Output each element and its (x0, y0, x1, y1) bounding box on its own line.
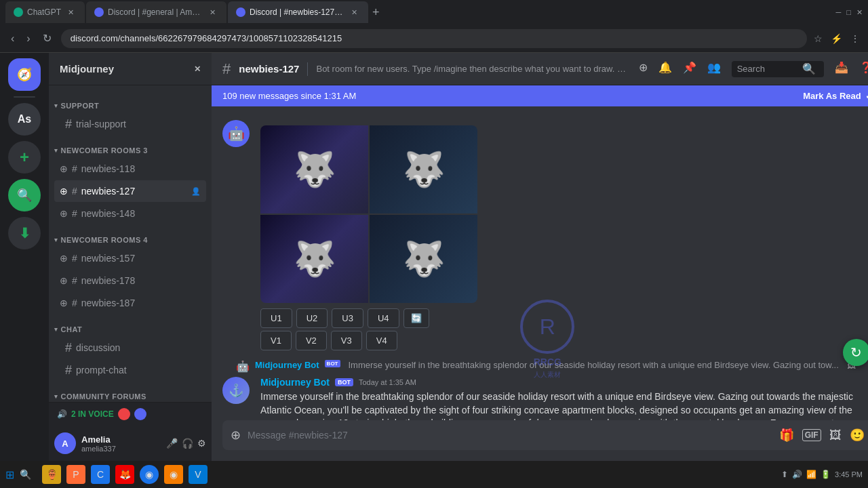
taskbar-app-3[interactable]: C (91, 465, 110, 484)
category-chat[interactable]: ▾ CHAT (49, 314, 212, 336)
taskbar-app-6[interactable]: ◉ (164, 465, 183, 484)
inbox-icon[interactable]: 📥 (835, 61, 848, 77)
server-icon-add[interactable]: + (8, 141, 41, 174)
seaside-timestamp: Today at 1:35 AM (359, 378, 416, 386)
deafen-icon[interactable]: 🎧 (182, 438, 193, 449)
channel-discussion[interactable]: # discussion (54, 337, 206, 359)
channel-hash-148: # (72, 208, 77, 219)
add-content-icon[interactable]: ⊕ (231, 428, 241, 443)
message-input-box: ⊕ 🎁 GIF 🖼 🙂 (222, 420, 868, 450)
server-icon-download[interactable]: ⬇ (8, 217, 41, 249)
channel-newbies-127[interactable]: ⊕ # newbies-127 👤 (54, 180, 206, 202)
tab-chatgpt-label: ChatGPT (27, 7, 61, 17)
mark-as-read-button[interactable]: Mark As Read ✓ (803, 91, 868, 101)
channel-trial-support[interactable]: # trial-support (54, 113, 206, 135)
minimize-icon[interactable]: ─ (836, 8, 842, 17)
u3-button[interactable]: U3 (332, 308, 363, 328)
system-icon-2[interactable]: 🔊 (792, 470, 802, 479)
category-newcomer4[interactable]: ▾ NEWCOMER ROOMS 4 (49, 225, 212, 247)
u2-button[interactable]: U2 (296, 308, 328, 328)
mute-icon[interactable]: 🎤 (166, 438, 178, 449)
channel-hash-178: # (72, 275, 77, 286)
v1-button[interactable]: V1 (260, 331, 292, 350)
sticker-icon[interactable]: 🖼 (829, 428, 842, 443)
compact-author: Midjourney Bot (255, 360, 319, 370)
settings-icon[interactable]: ⚙ (197, 438, 206, 449)
message-content-dog: U1 U2 U3 U4 🔄 V1 V2 V3 V4 (260, 120, 868, 350)
voice-avatar-2 (134, 408, 146, 420)
pin-icon[interactable]: 📌 (683, 61, 696, 77)
server-icon-explore[interactable]: 🔍 (8, 179, 41, 211)
search-input[interactable] (737, 64, 798, 74)
channel-newbies-148[interactable]: ⊕ # newbies-148 (54, 203, 206, 224)
system-icon-4[interactable]: 🔋 (821, 470, 831, 479)
u4-button[interactable]: U4 (368, 308, 399, 328)
system-icon-1[interactable]: ⬆ (781, 470, 788, 479)
taskbar-search-icon[interactable]: 🔍 (20, 469, 31, 480)
refresh-button[interactable]: 🔄 (403, 308, 429, 328)
channel-header: # newbies-127 Bot room for new users. Ty… (212, 53, 868, 85)
taskbar-app-4[interactable]: 🦊 (115, 465, 134, 484)
channel-hash-118: # (72, 163, 77, 174)
taskbar-app-2[interactable]: P (66, 465, 85, 484)
main-content: # newbies-127 Bot room for new users. Ty… (212, 53, 868, 461)
channel-newbies-118[interactable]: ⊕ # newbies-118 (54, 158, 206, 180)
tab-discord-newbies-close[interactable]: ✕ (349, 7, 360, 18)
taskbar-app-7[interactable]: V (189, 465, 208, 484)
server-icon-as[interactable]: As (8, 103, 41, 136)
chatgpt-tab-icon (14, 7, 23, 17)
channel-trial-support-name: trial-support (76, 119, 201, 129)
channel-newbies-187[interactable]: ⊕ # newbies-187 (54, 292, 206, 314)
windows-start-icon[interactable]: ⊞ (5, 468, 14, 481)
tab-discord-general-close[interactable]: ✕ (207, 7, 218, 18)
voice-avatar-1 (118, 408, 130, 420)
server-header[interactable]: Midjourney ✕ (49, 53, 212, 85)
v4-button[interactable]: V4 (366, 331, 397, 350)
taskbar-app-5[interactable]: ◉ (140, 465, 159, 484)
dog-image-2[interactable] (370, 125, 477, 214)
extensions-icon[interactable]: ⚡ (831, 33, 842, 44)
search-box[interactable]: 🔍 (732, 61, 824, 77)
tab-discord-newbies[interactable]: Discord | #newbies-127 | Midjo... ✕ (228, 1, 368, 23)
u1-button[interactable]: U1 (260, 308, 292, 328)
dog-image-1[interactable] (260, 125, 368, 214)
tab-chatgpt-close[interactable]: ✕ (65, 7, 77, 18)
category-community-forums[interactable]: ▾ COMMUNITY FORUMS (49, 382, 212, 402)
forward-button[interactable]: › (24, 30, 33, 47)
category-chat-label: CHAT (61, 325, 83, 333)
refresh-fab-button[interactable]: ↻ (843, 339, 868, 366)
v3-button[interactable]: V3 (331, 331, 362, 350)
emoji-icon[interactable]: 🙂 (850, 428, 865, 443)
gift-icon[interactable]: 🎁 (779, 428, 794, 443)
compact-bot-badge: BOT (325, 360, 340, 367)
channel-newbies-157[interactable]: ⊕ # newbies-157 (54, 247, 206, 269)
back-button[interactable]: ‹ (8, 30, 17, 47)
v2-button[interactable]: V2 (296, 331, 327, 350)
members-icon[interactable]: 👥 (707, 61, 721, 77)
notification-icon[interactable]: 🔔 (658, 61, 672, 77)
message-input[interactable] (248, 430, 772, 441)
bookmark-icon[interactable]: ☆ (814, 33, 823, 44)
tab-chatgpt[interactable]: ChatGPT ✕ (5, 1, 85, 23)
category-support[interactable]: ▾ SUPPORT (49, 91, 212, 113)
category-newcomer3[interactable]: ▾ NEWCOMER ROOMS 3 (49, 136, 212, 157)
help-icon[interactable]: ❓ (859, 61, 868, 77)
channel-newbies-118-name: newbies-118 (81, 163, 201, 174)
seaside-bot-badge: BOT (335, 378, 353, 386)
new-tab-button[interactable]: + (370, 3, 382, 22)
maximize-icon[interactable]: □ (846, 8, 851, 17)
close-icon[interactable]: ✕ (856, 8, 863, 17)
system-icon-3[interactable]: 📶 (806, 470, 816, 479)
server-icon-midjourney[interactable]: 🧭 (8, 58, 41, 91)
dog-image-4[interactable] (370, 215, 477, 303)
channel-newbies-178[interactable]: ⊕ # newbies-178 (54, 270, 206, 291)
dog-image-3[interactable] (260, 215, 368, 303)
channel-prompt-chat[interactable]: # prompt-chat (54, 359, 206, 381)
taskbar-app-1[interactable]: 🏺 (42, 465, 61, 484)
gif-icon[interactable]: GIF (802, 429, 821, 441)
reload-button[interactable]: ↻ (40, 29, 54, 47)
threads-icon[interactable]: ⊕ (639, 61, 648, 77)
tab-discord-general[interactable]: Discord | #general | Amelia's ser... ✕ (86, 1, 226, 23)
browser-menu-icon[interactable]: ⋮ (850, 33, 860, 44)
address-bar[interactable]: discord.com/channels/662267979684297473/… (61, 29, 807, 48)
